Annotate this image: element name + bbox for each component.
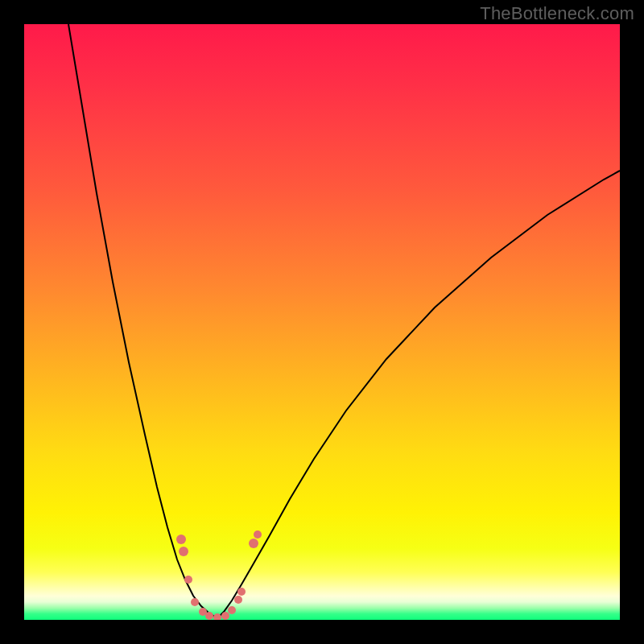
data-marker (234, 596, 242, 604)
data-marker (191, 598, 199, 606)
data-marker (205, 612, 213, 620)
data-marker (237, 588, 246, 596)
watermark-text: TheBottleneck.com (480, 3, 634, 24)
left-curve (68, 24, 217, 618)
data-markers (176, 530, 262, 620)
data-marker (179, 547, 188, 556)
data-marker (221, 612, 229, 620)
plot-area (24, 24, 620, 620)
data-marker (228, 606, 236, 614)
right-curve (217, 171, 620, 618)
data-marker (176, 535, 186, 544)
data-marker (254, 530, 262, 539)
data-marker (184, 576, 192, 584)
chart-frame: TheBottleneck.com (0, 0, 644, 644)
data-marker (249, 539, 258, 548)
curve-layer (24, 24, 620, 620)
